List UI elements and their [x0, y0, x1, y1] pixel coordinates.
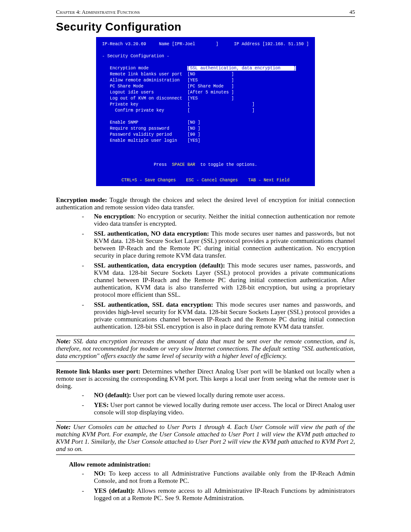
list-item: YES: User port cannot be viewed locally … — [82, 401, 355, 416]
section-title: Security Configuration — [56, 20, 355, 34]
list-item-label: YES (default): — [94, 487, 135, 494]
note-text: SSL data encryption increases the amount… — [56, 338, 355, 359]
list-item-label: YES: — [94, 401, 109, 408]
list-item: SSL authentication, NO data encryption: … — [82, 230, 355, 259]
note-label: Note: — [56, 423, 71, 430]
list-item-text: To keep access to all Administrative Fun… — [94, 470, 355, 484]
encryption-mode-lead: Encryption mode: Toggle through the choi… — [56, 196, 355, 211]
list-item: SSL authentication, data encryption (def… — [82, 262, 355, 299]
allow-remote-label: Allow remote administration: — [69, 461, 151, 468]
list-item: YES (default): Allows remote access to a… — [82, 487, 355, 502]
list-item-label: NO: — [94, 470, 106, 477]
encryption-mode-list: No encryption: No encryption or security… — [56, 213, 355, 330]
note-text: User Consoles can be attached to User Po… — [56, 423, 355, 452]
remote-link-label: Remote link blanks user port: — [56, 368, 140, 375]
encryption-mode-label: Encryption mode: — [56, 196, 107, 203]
allow-remote-list: NO: To keep access to all Administrative… — [56, 470, 355, 502]
page-number: 45 — [349, 9, 355, 16]
note-label: Note: — [56, 338, 71, 345]
list-item: No encryption: No encryption or security… — [82, 213, 355, 227]
remote-link-list: NO (default): User port can be viewed lo… — [56, 392, 355, 416]
note-ssl: Note: SSL data encryption increases the … — [56, 336, 355, 362]
note-user-consoles: Note: User Consoles can be attached to U… — [56, 421, 355, 455]
list-item-label: SSL authentication, SSL data encryption: — [94, 301, 213, 308]
chapter-label: Chapter 4: Administrative Functions — [56, 9, 140, 16]
page-header: Chapter 4: Administrative Functions 45 — [56, 9, 355, 17]
remote-link-lead: Remote link blanks user port: Determines… — [56, 368, 355, 390]
list-item-text: User port can be viewed locally during r… — [131, 392, 285, 398]
list-item: NO (default): User port can be viewed lo… — [82, 392, 355, 399]
list-item: SSL authentication, SSL data encryption:… — [82, 301, 355, 330]
terminal-screenshot: IP-Reach v3.20.69 Name [IPR-Joel ] IP Ad… — [96, 37, 315, 186]
list-item-text: User port cannot be viewed locally durin… — [94, 401, 355, 416]
list-item-label: SSL authentication, data encryption (def… — [94, 262, 225, 269]
list-item-label: No encryption — [94, 213, 134, 220]
list-item-label: SSL authentication, NO data encryption: — [94, 230, 209, 237]
list-item: NO: To keep access to all Administrative… — [82, 470, 355, 485]
list-item-label: NO (default): — [94, 392, 131, 398]
allow-remote-lead: Allow remote administration: — [56, 461, 355, 468]
